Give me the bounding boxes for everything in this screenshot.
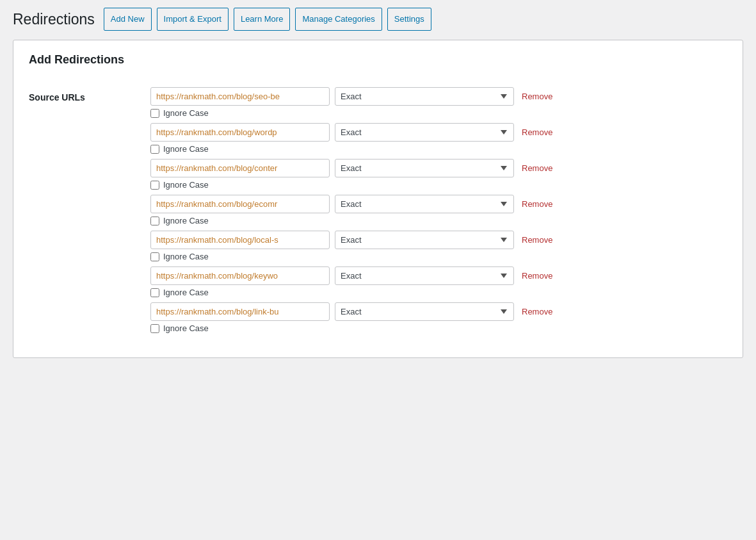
match-select-6[interactable]: ExactRegexContainsStart WithEnd With bbox=[335, 302, 514, 321]
ignore-case-label-6[interactable]: Ignore Case bbox=[163, 323, 209, 333]
ignore-case-label-4[interactable]: Ignore Case bbox=[163, 252, 209, 261]
remove-button-3[interactable]: Remove bbox=[519, 199, 555, 209]
match-select-1[interactable]: ExactRegexContainsStart WithEnd With bbox=[335, 123, 514, 142]
ignore-case-label-0[interactable]: Ignore Case bbox=[163, 108, 209, 118]
match-select-2[interactable]: ExactRegexContainsStart WithEnd With bbox=[335, 159, 514, 177]
page-header: Redirections Add New Import & Export Lea… bbox=[0, 0, 756, 40]
url-row: ExactRegexContainsStart WithEnd WithRemo… bbox=[150, 123, 727, 142]
match-select-5[interactable]: ExactRegexContainsStart WithEnd With bbox=[335, 266, 514, 285]
url-entry: ExactRegexContainsStart WithEnd WithRemo… bbox=[150, 302, 727, 333]
url-input-3[interactable] bbox=[150, 195, 330, 213]
ignore-case-row-3: Ignore Case bbox=[150, 216, 727, 225]
ignore-case-checkbox-6[interactable] bbox=[150, 324, 159, 333]
ignore-case-label-2[interactable]: Ignore Case bbox=[163, 180, 209, 190]
url-entry: ExactRegexContainsStart WithEnd WithRemo… bbox=[150, 266, 727, 297]
ignore-case-checkbox-2[interactable] bbox=[150, 181, 159, 190]
import-export-button[interactable]: Import & Export bbox=[157, 8, 229, 31]
match-select-4[interactable]: ExactRegexContainsStart WithEnd With bbox=[335, 231, 514, 249]
match-select-0[interactable]: ExactRegexContainsStart WithEnd With bbox=[335, 87, 514, 106]
url-entry: ExactRegexContainsStart WithEnd WithRemo… bbox=[150, 123, 727, 154]
ignore-case-checkbox-3[interactable] bbox=[150, 217, 159, 225]
match-select-3[interactable]: ExactRegexContainsStart WithEnd With bbox=[335, 195, 514, 213]
ignore-case-row-2: Ignore Case bbox=[150, 180, 727, 190]
settings-button[interactable]: Settings bbox=[387, 8, 431, 31]
ignore-case-label-1[interactable]: Ignore Case bbox=[163, 144, 209, 154]
learn-more-button[interactable]: Learn More bbox=[234, 8, 290, 31]
ignore-case-label-3[interactable]: Ignore Case bbox=[163, 216, 209, 225]
remove-button-5[interactable]: Remove bbox=[519, 271, 555, 281]
card-title: Add Redirections bbox=[29, 53, 727, 74]
url-input-4[interactable] bbox=[150, 231, 330, 249]
url-entry: ExactRegexContainsStart WithEnd WithRemo… bbox=[150, 159, 727, 190]
ignore-case-row-1: Ignore Case bbox=[150, 144, 727, 154]
url-row: ExactRegexContainsStart WithEnd WithRemo… bbox=[150, 195, 727, 213]
main-card: Add Redirections Source URLs ExactRegexC… bbox=[13, 40, 743, 358]
url-entries: ExactRegexContainsStart WithEnd WithRemo… bbox=[150, 87, 727, 338]
ignore-case-checkbox-5[interactable] bbox=[150, 288, 159, 297]
remove-button-1[interactable]: Remove bbox=[519, 127, 555, 137]
url-row: ExactRegexContainsStart WithEnd WithRemo… bbox=[150, 159, 727, 177]
remove-button-4[interactable]: Remove bbox=[519, 235, 555, 245]
source-urls-label: Source URLs bbox=[29, 87, 150, 102]
url-input-6[interactable] bbox=[150, 302, 330, 321]
url-row: ExactRegexContainsStart WithEnd WithRemo… bbox=[150, 87, 727, 106]
url-row: ExactRegexContainsStart WithEnd WithRemo… bbox=[150, 302, 727, 321]
ignore-case-row-6: Ignore Case bbox=[150, 323, 727, 333]
add-new-button[interactable]: Add New bbox=[104, 8, 152, 31]
ignore-case-row-0: Ignore Case bbox=[150, 108, 727, 118]
url-row: ExactRegexContainsStart WithEnd WithRemo… bbox=[150, 231, 727, 249]
remove-button-2[interactable]: Remove bbox=[519, 163, 555, 173]
remove-button-6[interactable]: Remove bbox=[519, 307, 555, 316]
url-entry: ExactRegexContainsStart WithEnd WithRemo… bbox=[150, 231, 727, 261]
ignore-case-checkbox-0[interactable] bbox=[150, 109, 159, 118]
url-input-2[interactable] bbox=[150, 159, 330, 177]
url-input-5[interactable] bbox=[150, 266, 330, 285]
page-title: Redirections bbox=[13, 11, 95, 28]
url-row: ExactRegexContainsStart WithEnd WithRemo… bbox=[150, 266, 727, 285]
ignore-case-checkbox-4[interactable] bbox=[150, 252, 159, 261]
manage-categories-button[interactable]: Manage Categories bbox=[295, 8, 382, 31]
ignore-case-row-4: Ignore Case bbox=[150, 252, 727, 261]
ignore-case-row-5: Ignore Case bbox=[150, 288, 727, 297]
source-urls-row: Source URLs ExactRegexContainsStart With… bbox=[29, 87, 727, 338]
url-entry: ExactRegexContainsStart WithEnd WithRemo… bbox=[150, 195, 727, 225]
url-input-1[interactable] bbox=[150, 123, 330, 142]
ignore-case-checkbox-1[interactable] bbox=[150, 145, 159, 154]
url-entry: ExactRegexContainsStart WithEnd WithRemo… bbox=[150, 87, 727, 118]
url-input-0[interactable] bbox=[150, 87, 330, 106]
remove-button-0[interactable]: Remove bbox=[519, 92, 555, 101]
ignore-case-label-5[interactable]: Ignore Case bbox=[163, 288, 209, 297]
